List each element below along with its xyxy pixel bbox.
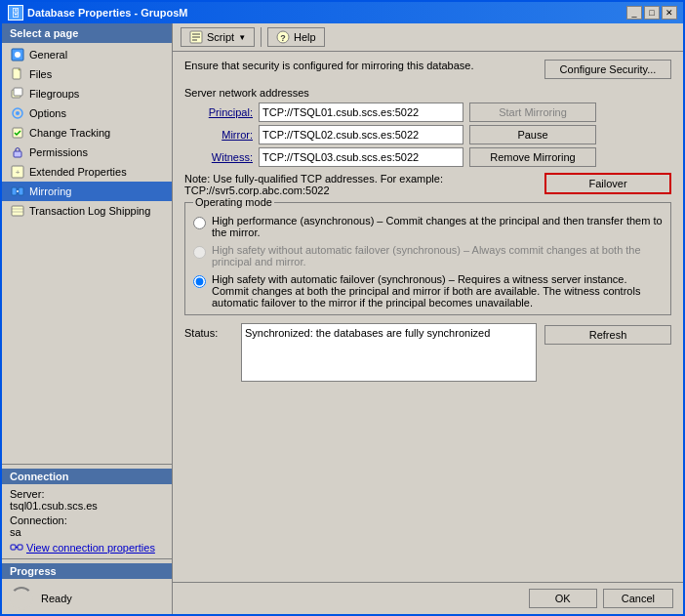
principal-input[interactable] xyxy=(259,103,463,122)
cancel-button[interactable]: Cancel xyxy=(603,589,673,608)
sidebar-item-label-change-tracking: Change Tracking xyxy=(29,127,110,139)
sidebar-item-options[interactable]: Options xyxy=(2,103,172,123)
svg-rect-5 xyxy=(14,88,22,96)
extended-properties-icon: + xyxy=(10,164,25,180)
radio-high-safety-no-failover-input[interactable] xyxy=(193,246,206,259)
sidebar-item-label-transaction-log: Transaction Log Shipping xyxy=(29,205,150,217)
radio-high-performance-input[interactable] xyxy=(193,217,206,229)
radio-high-performance-label: High performance (asynchronous) – Commit… xyxy=(212,215,663,238)
radio-high-safety-auto-failover-label: High safety with automatic failover (syn… xyxy=(212,273,663,308)
principal-label[interactable]: Principal: xyxy=(184,106,253,118)
close-button[interactable]: ✕ xyxy=(662,6,677,20)
script-button[interactable]: Script ▼ xyxy=(181,27,255,47)
mirror-row: Mirror: Pause xyxy=(184,125,671,144)
main-content: Select a page General Files xyxy=(2,23,683,614)
intro-row: Ensure that security is configured for m… xyxy=(184,60,671,79)
mirror-label[interactable]: Mirror: xyxy=(184,129,253,141)
connection-info: Server: tsql01.csub.scs.es Connection: s… xyxy=(10,488,164,554)
failover-button[interactable]: Failover xyxy=(544,173,671,194)
change-tracking-icon xyxy=(10,125,25,141)
sidebar-header: Select a page xyxy=(2,23,172,43)
server-value: tsql01.csub.scs.es xyxy=(10,500,164,512)
help-button[interactable]: ? Help xyxy=(267,27,325,47)
sidebar-item-permissions[interactable]: Permissions xyxy=(2,143,172,162)
svg-rect-16 xyxy=(18,545,22,550)
svg-rect-14 xyxy=(12,206,23,216)
radio-high-safety-auto-failover-input[interactable] xyxy=(193,275,206,288)
connection-value: sa xyxy=(10,526,164,538)
intro-text: Ensure that security is configured for m… xyxy=(184,60,544,71)
sidebar-item-label-options: Options xyxy=(29,107,66,119)
script-icon xyxy=(189,30,203,44)
sidebar-item-general[interactable]: General xyxy=(2,45,172,64)
link-icon xyxy=(10,541,23,554)
files-icon xyxy=(10,66,25,82)
script-label: Script xyxy=(207,31,234,43)
principal-row: Principal: Start Mirroring xyxy=(184,103,671,122)
witness-input[interactable] xyxy=(259,147,463,167)
window-icon: 🗄 xyxy=(8,5,23,21)
witness-label[interactable]: Witness: xyxy=(184,151,253,163)
sidebar-item-files[interactable]: Files xyxy=(2,64,172,84)
sidebar-item-label-permissions: Permissions xyxy=(29,146,88,158)
status-label: Status: xyxy=(184,323,233,339)
sidebar-item-change-tracking[interactable]: Change Tracking xyxy=(2,123,172,143)
progress-header: Progress xyxy=(2,563,172,579)
main-window: 🗄 Database Properties - GruposM _ □ ✕ Se… xyxy=(0,0,685,616)
sidebar-item-label-extended-properties: Extended Properties xyxy=(29,166,127,178)
mirror-input[interactable] xyxy=(259,125,463,144)
svg-rect-13 xyxy=(19,187,23,195)
options-icon xyxy=(10,105,25,121)
sidebar-item-transaction-log-shipping[interactable]: Transaction Log Shipping xyxy=(2,201,172,221)
sidebar-item-mirroring[interactable]: Mirroring xyxy=(2,182,172,201)
note-text: Note: Use fully-qualified TCP addresses.… xyxy=(184,173,539,196)
svg-point-1 xyxy=(15,52,20,58)
transaction-log-icon xyxy=(10,203,25,219)
sidebar-item-extended-properties[interactable]: + Extended Properties xyxy=(2,162,172,182)
witness-row: Witness: Remove Mirroring xyxy=(184,147,671,167)
minimize-button[interactable]: _ xyxy=(626,6,642,20)
radio-high-safety-no-failover-label: High safety without automatic failover (… xyxy=(212,244,663,267)
general-icon xyxy=(10,47,25,62)
bottom-bar: OK Cancel xyxy=(173,582,683,614)
addresses-grid: Principal: Start Mirroring Mirror: Pause… xyxy=(184,103,671,167)
svg-text:?: ? xyxy=(280,33,286,43)
content-area: Ensure that security is configured for m… xyxy=(173,52,683,582)
status-section: Status: Refresh xyxy=(184,323,671,382)
note-row: Note: Use fully-qualified TCP addresses.… xyxy=(184,173,671,196)
svg-rect-9 xyxy=(14,151,21,157)
main-panel: Script ▼ ? Help Ensure that security is … xyxy=(173,23,683,614)
pause-button[interactable]: Pause xyxy=(469,125,596,144)
operating-mode-section: Operating mode High performance (asynchr… xyxy=(184,202,671,315)
maximize-button[interactable]: □ xyxy=(644,6,660,20)
refresh-button[interactable]: Refresh xyxy=(544,325,671,345)
server-addresses-section: Server network addresses Principal: Star… xyxy=(184,87,671,196)
sidebar-item-label-mirroring: Mirroring xyxy=(29,185,71,197)
title-bar-left: 🗄 Database Properties - GruposM xyxy=(8,5,187,21)
connection-label: Connection: xyxy=(10,514,164,526)
start-mirroring-button[interactable]: Start Mirroring xyxy=(469,103,596,122)
svg-text:+: + xyxy=(16,168,20,177)
sidebar-item-label-filegroups: Filegroups xyxy=(29,88,79,100)
connection-section: Connection Server: tsql01.csub.scs.es Co… xyxy=(2,464,172,558)
filegroups-icon xyxy=(10,86,25,102)
radio-high-safety-no-failover: High safety without automatic failover (… xyxy=(193,244,663,267)
view-connection-properties-link[interactable]: View connection properties xyxy=(10,541,164,554)
help-icon: ? xyxy=(276,30,290,44)
sidebar-nav: General Files Filegroups xyxy=(2,43,172,464)
svg-rect-12 xyxy=(12,187,17,195)
window-title: Database Properties - GruposM xyxy=(27,7,187,19)
mirroring-icon xyxy=(10,184,25,199)
progress-status: Ready xyxy=(41,593,72,604)
addresses-title: Server network addresses xyxy=(184,87,671,99)
title-controls: _ □ ✕ xyxy=(626,6,677,20)
progress-spinner xyxy=(10,587,33,610)
configure-security-button[interactable]: Configure Security... xyxy=(544,60,671,79)
connection-link-text: View connection properties xyxy=(26,542,155,554)
sidebar-item-filegroups[interactable]: Filegroups xyxy=(2,84,172,103)
sidebar: Select a page General Files xyxy=(2,23,173,614)
ok-button[interactable]: OK xyxy=(529,589,597,608)
connection-header: Connection xyxy=(2,469,172,484)
remove-mirroring-button[interactable]: Remove Mirroring xyxy=(469,147,596,167)
status-box xyxy=(241,323,537,382)
